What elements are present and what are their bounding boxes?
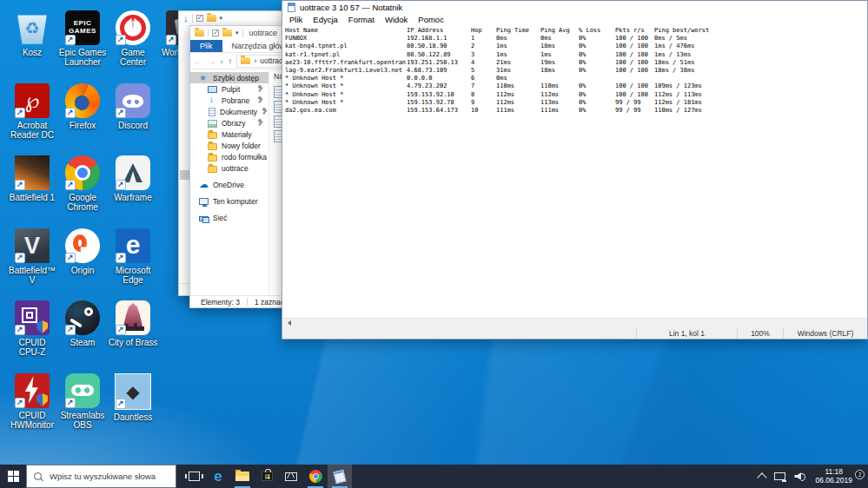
separator	[208, 29, 209, 37]
tab-plik[interactable]: Plik	[190, 40, 222, 52]
cpuz-icon	[15, 300, 50, 335]
recent-locations-dropdown-icon[interactable]: ∨	[220, 58, 223, 64]
menu-widok[interactable]: Widok	[380, 15, 413, 24]
back-button[interactable]: ←	[194, 56, 202, 66]
menu-edycja[interactable]: Edycja	[308, 15, 343, 24]
horizontal-scrollbar[interactable]	[282, 318, 867, 327]
sidebar-item-sie[interactable]: Sieć	[190, 212, 268, 223]
new-folder-icon[interactable]	[207, 15, 216, 22]
taskbar-edge-button[interactable]: e	[206, 465, 230, 488]
network-icon[interactable]	[774, 472, 785, 480]
taskbar-mail-button[interactable]	[279, 465, 303, 488]
menu-plik[interactable]: Plik	[284, 15, 308, 24]
pin-icon	[257, 85, 264, 93]
sidebar-item-onedrive[interactable]: OneDrive	[190, 179, 268, 190]
properties-icon[interactable]	[196, 15, 203, 22]
separator	[192, 14, 193, 23]
desktop-icon-chrome[interactable]: Google Chrome	[57, 155, 108, 212]
new-folder-icon[interactable]	[222, 30, 232, 36]
items-count: Elementy: 3	[201, 298, 240, 307]
sidebar-item-ten-komputer[interactable]: Ten komputer	[190, 195, 268, 207]
shortcut-arrow-icon	[116, 325, 126, 335]
sidebar-item-pulpit[interactable]: Pulpit	[190, 83, 268, 95]
sidebar-item-pobrane[interactable]: Pobrane	[190, 95, 268, 106]
taskbar-apps: e	[182, 465, 352, 488]
file-explorer-icon	[235, 472, 249, 481]
taskbar-notepad-button[interactable]	[328, 465, 352, 488]
sidebar-item-dokumenty[interactable]: Dokumenty	[190, 106, 268, 117]
desktop-icon-streamlabs[interactable]: Streamlabs OBS	[57, 373, 108, 430]
desktop-icon-label: Battlefield 1	[7, 193, 57, 202]
trace-row: * Unknown Host *159.153.92.789112ms113ms…	[285, 99, 867, 107]
taskbar-file-explorer-button[interactable]	[230, 465, 255, 488]
notepad-titlebar[interactable]: uottrace 3 10 57 — Notatnik	[282, 1, 867, 14]
desktop-icon-bf1[interactable]: Battlefield 1	[7, 155, 57, 202]
sidebar-item-obrazy[interactable]: Obrazy	[190, 117, 268, 129]
notepad-statusbar: Lin 1, kol 1 100% Windows (CRLF)	[282, 327, 867, 339]
desktop-icon-label: Google Chrome	[57, 193, 108, 212]
desktop: KoszEpic Games LauncherGame CenterWorld …	[0, 0, 868, 488]
desktop-icon-bfv[interactable]: Battlefield™ V	[7, 228, 57, 285]
desktop-icon-cpuz[interactable]: CPUID CPU-Z	[7, 300, 57, 357]
chrome-icon	[65, 155, 100, 190]
desktop-icon-warframe[interactable]: Warframe	[108, 155, 158, 202]
desktop-icon-epic[interactable]: Epic Games Launcher	[57, 10, 108, 67]
desktop-icon-firefox[interactable]: Firefox	[57, 83, 108, 130]
cursor-position: Lin 1, kol 1	[636, 327, 737, 339]
downloads-icon: ↓	[183, 14, 189, 23]
sidebar-item-nowy-folder[interactable]: Nowy folder	[190, 140, 268, 151]
taskbar-search[interactable]	[26, 465, 176, 488]
kosz-icon	[15, 10, 50, 45]
desktop-icon-discord[interactable]: Discord	[108, 83, 158, 130]
pictures-icon	[208, 120, 217, 128]
folder-icon	[208, 132, 217, 139]
desktop-icon-label: Discord	[108, 121, 158, 130]
desktop-icon-gamecenter[interactable]: Game Center	[108, 10, 158, 67]
chevron-down-icon[interactable]: ▾	[235, 30, 239, 36]
start-button[interactable]	[0, 465, 26, 488]
desktop-icon-acrobat[interactable]: Acrobat Reader DC	[7, 83, 57, 140]
sidebar-item-label: Szybki dostęp	[213, 74, 259, 82]
quick-access-icon	[199, 73, 209, 82]
menu-pomoc[interactable]: Pomoc	[413, 15, 449, 24]
line-ending: Windows (CRLF)	[783, 327, 867, 339]
forward-button[interactable]: →	[207, 56, 215, 66]
shortcut-arrow-icon	[65, 398, 76, 408]
desktop-icon-kosz[interactable]: Kosz	[7, 10, 57, 57]
chevron-down-icon[interactable]: ▾	[220, 15, 223, 22]
taskbar-microsoft-store-button[interactable]	[255, 465, 279, 488]
menu-format[interactable]: Format	[343, 15, 380, 24]
sidebar-item-materia-y[interactable]: Materiały	[190, 129, 268, 140]
desktop-icon-hwmonitor[interactable]: CPUID HWMonitor	[7, 373, 57, 430]
trace-header-row: Host NameIP AddressHopPing TimePing Avg%…	[285, 27, 867, 35]
computer-icon	[199, 198, 209, 205]
desktop-icon-label: Kosz	[7, 48, 57, 57]
folder-icon	[208, 155, 217, 162]
shortcut-arrow-icon	[65, 108, 76, 118]
show-hidden-icons-chevron[interactable]	[758, 472, 767, 482]
desktop-icon-origin[interactable]: Origin	[57, 228, 108, 275]
shortcut-arrow-icon	[116, 180, 126, 190]
notepad-icon	[288, 3, 295, 12]
notepad-text-area[interactable]: Host NameIP AddressHopPing TimePing Avg%…	[282, 25, 867, 319]
desktop-icon-dauntless[interactable]: Dauntless	[108, 373, 158, 422]
taskbar-chrome-button[interactable]	[303, 465, 328, 488]
trace-row: * Unknown Host *159.153.92.108112ms112ms…	[285, 91, 867, 99]
desktop-icon-label: Dauntless	[108, 412, 158, 422]
desktop-icon-edge[interactable]: Microsoft Edge	[108, 228, 158, 285]
properties-icon[interactable]	[212, 30, 219, 36]
taskbar-task-view-button[interactable]	[182, 465, 206, 488]
desktop-icon-cityofbrass[interactable]: City of Brass	[108, 300, 158, 347]
hwmonitor-icon	[15, 373, 50, 408]
search-input[interactable]	[48, 471, 164, 482]
volume-icon[interactable]	[794, 472, 806, 481]
sidebar-item-rodo-formu-ka[interactable]: rodo formułka	[190, 151, 268, 162]
taskbar-clock[interactable]: 11:18 06.06.2019	[815, 468, 852, 485]
taskbar: e 11:18 06.06.2019 2	[0, 465, 868, 488]
up-button[interactable]: ↑	[228, 56, 232, 66]
notepad-window[interactable]: uottrace 3 10 57 — Notatnik PlikEdycjaFo…	[282, 0, 868, 340]
sidebar-item-szybki-dost-p[interactable]: Szybki dostęp	[190, 72, 268, 83]
desktop-icon-steam[interactable]: Steam	[57, 300, 108, 347]
shortcut-arrow-icon	[65, 35, 76, 45]
sidebar-item-uottrace[interactable]: uottrace	[190, 162, 268, 174]
